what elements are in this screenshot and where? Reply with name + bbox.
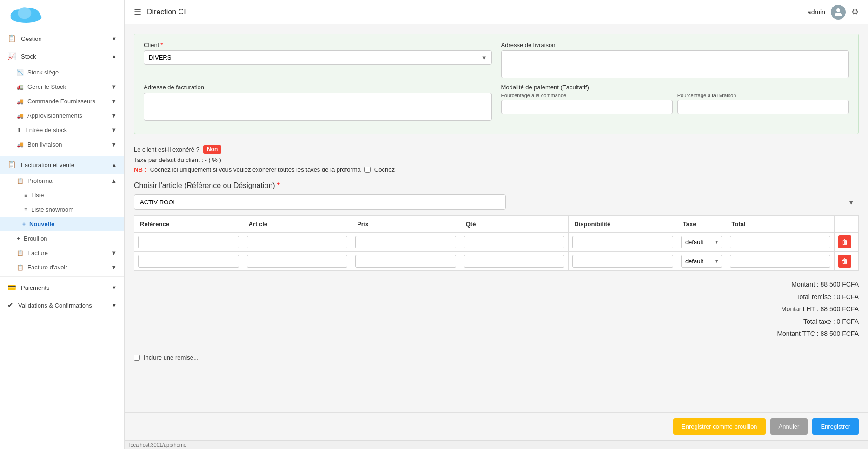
delete-button-1[interactable]: 🗑 (838, 235, 851, 248)
modalite-label: Modalité de paiement (Facultatif) (501, 84, 849, 91)
arrow-gerer-stock: ▼ (111, 83, 117, 90)
article-input-1[interactable]: a-Amylase 200T cobas c 111 (247, 236, 348, 248)
proforma-icon: 📋 (17, 178, 24, 184)
montant-line: Montant : 88 500 FCFA (134, 278, 859, 291)
adresse-livraison-input[interactable] (501, 50, 849, 78)
th-actions (835, 216, 859, 233)
reference-input-2[interactable]: RCH48803071 (138, 255, 239, 268)
tax-section: Le client est-il exonéré ? Non Taxe par … (134, 141, 859, 181)
sidebar-item-validations[interactable]: ✔ Validations & Confirmations ▼ (0, 296, 124, 314)
validations-icon: ✔ (7, 301, 13, 309)
nb-row: NB : Cochez ici uniquement si vous voule… (134, 166, 859, 173)
delete-button-2[interactable]: 🗑 (838, 255, 851, 268)
sidebar-item-facturation[interactable]: 📋 Facturation et vente ▲ (0, 156, 124, 174)
svg-point-3 (18, 7, 31, 19)
total-input-1[interactable]: 70000 (730, 236, 831, 248)
liste-icon: ≡ (24, 192, 27, 199)
total-input-2[interactable]: 18 500 (730, 255, 831, 268)
divider-2 (0, 276, 124, 277)
article-required: * (277, 181, 280, 189)
arrow-entree: ▼ (111, 127, 117, 134)
pct-commande-input[interactable] (501, 100, 673, 114)
nouvelle-icon: + (22, 221, 26, 228)
sidebar-item-gerer-stock[interactable]: 🚛 Gerer le Stock ▼ (0, 80, 124, 94)
sidebar-item-entree-stock[interactable]: ⬆ Entrée de stock ▼ (0, 123, 124, 137)
adresse-livraison-group: Adresse de livraison (501, 41, 849, 78)
prix-input-1[interactable]: 35000 (355, 236, 456, 248)
reference-input-1[interactable]: RCH54014961 (138, 236, 239, 248)
qte-input-2[interactable]: 1 (464, 255, 565, 268)
cochez-checkbox[interactable] (364, 167, 371, 173)
cell-qte-1: 2 (460, 233, 569, 252)
cell-delete-2: 🗑 (835, 252, 859, 271)
prix-input-2[interactable]: 18500 (355, 255, 456, 268)
enregistrer-button[interactable]: Enregistrer (812, 418, 859, 435)
arrow-approv: ▼ (111, 112, 117, 119)
app-logo (7, 6, 45, 24)
liste-showroom-icon: ≡ (24, 207, 27, 213)
settings-icon[interactable]: ⚙ (851, 7, 859, 17)
cell-reference-2: RCH48803071 (134, 252, 243, 271)
client-select[interactable]: DIVERS (144, 50, 492, 65)
th-total: Total (726, 216, 835, 233)
dispo-input-1[interactable]: Oui (572, 236, 673, 248)
commande-icon: 🚚 (17, 98, 24, 105)
adresse-facturation-input[interactable] (144, 93, 492, 121)
pct-livraison-input[interactable] (677, 100, 849, 114)
arrow-facture-avoir: ▼ (111, 264, 117, 271)
th-qte: Qté (460, 216, 569, 233)
taxe-select-wrapper-2: default ▼ (681, 255, 722, 268)
status-bar: localhost:3001/app/home (125, 440, 868, 449)
avatar[interactable] (831, 5, 846, 20)
header-right: admin ⚙ (808, 5, 859, 20)
sidebar-item-liste[interactable]: ≡ Liste (0, 188, 124, 202)
sidebar-item-approvisionnements[interactable]: 🚚 Approvisionnements ▼ (0, 108, 124, 123)
gerer-stock-icon: 🚛 (17, 84, 24, 90)
sidebar-item-paiements[interactable]: 💳 Paiements ▼ (0, 279, 124, 296)
menu-icon[interactable]: ☰ (134, 7, 141, 17)
bottom-action-bar: Enregistrer comme brouillon Annuler Enre… (125, 412, 868, 440)
qte-input-1[interactable]: 2 (464, 236, 565, 248)
sidebar-item-stock[interactable]: 📈 Stock ▲ (0, 47, 124, 65)
sidebar-label-approv: Approvisionnements (27, 112, 82, 119)
sidebar-item-bon-livraison[interactable]: 🚚 Bon livraison ▼ (0, 137, 124, 152)
sidebar-item-proforma[interactable]: 📋 Proforma ▲ (0, 174, 124, 188)
arrow-gestion: ▼ (112, 36, 117, 41)
dispo-input-2[interactable]: Oui (572, 255, 673, 268)
sidebar-item-gestion[interactable]: 📋 Gestion ▼ (0, 30, 124, 47)
sidebar-item-facture-avoir[interactable]: 📋 Facture d'avoir ▼ (0, 260, 124, 275)
cell-taxe-1: default ▼ (677, 233, 726, 252)
arrow-commande: ▼ (111, 98, 117, 105)
sidebar-item-brouillon[interactable]: + Brouillon (0, 231, 124, 246)
montant-ttc-line: Montant TTC : 88 500 FCFA (134, 328, 859, 340)
cell-dispo-2: Oui (569, 252, 677, 271)
paiements-icon: 💳 (7, 283, 16, 292)
taxe-select-2[interactable]: default (681, 255, 722, 268)
payment-percentages: Pourcentage à la commande Pourcentage à … (501, 93, 849, 114)
article-input-2[interactable]: Acid wash Solution 2x1,8 L (247, 255, 348, 268)
article-select[interactable]: ACTIV ROOL (134, 194, 506, 210)
cell-prix-1: 35000 (351, 233, 460, 252)
client-form-section: Client* DIVERS ▼ Adresse de livraison (134, 34, 859, 134)
enregistrer-brouillon-button[interactable]: Enregistrer comme brouillon (673, 418, 766, 435)
cell-prix-2: 18500 (351, 252, 460, 271)
sidebar-item-commande-fournisseurs[interactable]: 🚚 Commande Fournisseurs ▼ (0, 94, 124, 108)
annuler-button[interactable]: Annuler (770, 418, 808, 435)
sidebar-label-liste-showroom: Liste showroom (31, 206, 73, 213)
client-label: Client* (144, 41, 492, 48)
facturation-icon: 📋 (7, 161, 16, 169)
sidebar-item-facture[interactable]: 📋 Facture ▼ (0, 246, 124, 260)
cell-taxe-2: default ▼ (677, 252, 726, 271)
pct-livraison-label: Pourcentage à la livraison (677, 93, 849, 98)
arrow-stock: ▲ (112, 54, 117, 59)
sidebar-item-stock-siege[interactable]: 📉 Stock siège (0, 65, 124, 80)
taxe-select-1[interactable]: default (681, 236, 722, 248)
table-row: RCH48803071 Acid wash Solution 2x1,8 L 1… (134, 252, 859, 271)
pct-commande-group: Pourcentage à la commande (501, 93, 673, 114)
client-group: Client* DIVERS ▼ (144, 41, 492, 65)
sidebar-item-liste-showroom[interactable]: ≡ Liste showroom (0, 202, 124, 217)
remise-checkbox[interactable] (134, 355, 140, 361)
client-required: * (160, 41, 163, 48)
exonere-badge: Non (203, 145, 221, 154)
sidebar-item-nouvelle[interactable]: + Nouvelle (0, 217, 124, 231)
